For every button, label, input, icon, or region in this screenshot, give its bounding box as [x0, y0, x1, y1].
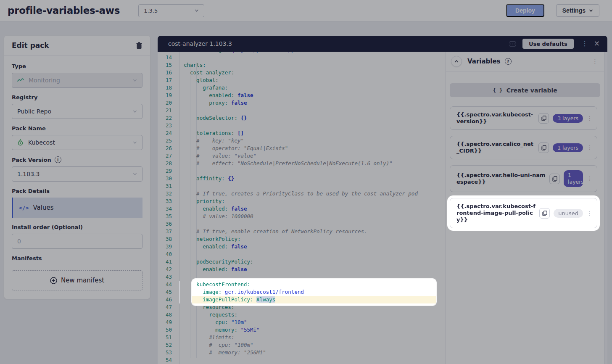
- deploy-button[interactable]: Deploy: [506, 4, 544, 17]
- code-text: requests:: [179, 311, 237, 319]
- copy-variable-button[interactable]: [549, 174, 560, 184]
- editor-menu-kebab-icon[interactable]: ⋮: [580, 40, 590, 47]
- line-number: 32: [158, 190, 172, 198]
- editor-header: cost-analyzer 1.103.3 Use defaults ⋮ ×: [158, 36, 607, 52]
- code-line: 39 enabled: false: [158, 243, 446, 251]
- compare-values-button[interactable]: [509, 41, 516, 47]
- copy-icon: [552, 176, 557, 182]
- copy-variable-button[interactable]: [538, 113, 549, 124]
- line-number: 51: [158, 334, 172, 341]
- variable-menu-kebab-icon[interactable]: ⋮: [587, 175, 593, 182]
- code-text: memory: "55Mi": [179, 326, 260, 334]
- install-order-label: Install order (Optional): [12, 224, 142, 230]
- code-text: nodeSelector: {}: [179, 114, 247, 122]
- install-order-input[interactable]: [12, 234, 142, 249]
- code-line: 50 memory: "55Mi": [158, 326, 446, 334]
- settings-label: Settings: [562, 7, 586, 14]
- chevron-up-icon: [454, 59, 459, 63]
- line-number: 46: [158, 296, 172, 303]
- edit-pack-header: Edit pack: [4, 36, 150, 55]
- registry-select[interactable]: Public Repo: [12, 104, 142, 119]
- code-line: 26 # operator: "Equal|Exists": [158, 145, 446, 152]
- code-text: global:: [179, 76, 219, 84]
- code-lines: 13 image: quay.io/prometheus/prometheus:…: [158, 52, 446, 364]
- settings-button[interactable]: Settings: [556, 4, 599, 17]
- code-text: [179, 167, 184, 175]
- variables-title: Variables: [467, 58, 501, 65]
- edit-pack-title: Edit pack: [12, 41, 49, 50]
- pack-version-select[interactable]: 1.103.3: [12, 166, 142, 182]
- line-number: 47: [158, 303, 172, 311]
- variable-name: {{.spectro.var.hello-uni-namespace}}: [456, 172, 549, 185]
- variables-menu-kebab-icon[interactable]: ⋮: [592, 58, 598, 65]
- chevron-down-icon: [195, 8, 199, 13]
- code-text: [179, 251, 184, 258]
- info-icon[interactable]: i: [55, 156, 61, 163]
- variable-usage-badge: 1 layers: [564, 170, 583, 187]
- pack-details-values-label: Values: [33, 204, 53, 211]
- code-text: enabled: false: [179, 205, 247, 213]
- variable-menu-kebab-icon[interactable]: ⋮: [587, 115, 593, 121]
- profile-version-select[interactable]: 1.3.5: [138, 4, 204, 17]
- plus-circle-icon: [50, 277, 57, 284]
- type-label: Type: [12, 63, 142, 69]
- variable-item[interactable]: {{.spectro.var.kubecost-version}} 3 laye…: [450, 106, 597, 130]
- pack-name-value: Kubecost: [28, 139, 55, 146]
- variable-name: {{.spectro.var.kubecost-version}}: [456, 111, 538, 125]
- code-text: #limits:: [179, 334, 234, 341]
- line-number: 38: [158, 235, 172, 243]
- editor-title: cost-analyzer 1.103.3: [168, 40, 232, 47]
- editor-body: 13 image: quay.io/prometheus/prometheus:…: [158, 52, 607, 364]
- help-icon[interactable]: ?: [505, 58, 512, 65]
- collapse-panel-button[interactable]: [451, 56, 462, 67]
- code-text: charts:: [179, 61, 206, 69]
- variables-header: Variables ? ⋮: [446, 52, 604, 71]
- variable-item[interactable]: {{.spectro.var.hello-uni-namespace}} 1 l…: [450, 165, 597, 192]
- code-text: [179, 273, 184, 281]
- variable-item[interactable]: {{.spectro.var.kubecost-frontend-image-p…: [450, 198, 597, 228]
- variable-menu-kebab-icon[interactable]: ⋮: [587, 144, 593, 151]
- code-text: enabled: false: [179, 92, 253, 99]
- code-line: 18 grafana:: [158, 84, 446, 92]
- code-text: cost-analyzer:: [179, 69, 234, 76]
- code-text: [179, 220, 184, 228]
- code-text: enabled: false: [179, 243, 247, 251]
- code-line: 20 proxy: false: [158, 99, 446, 107]
- use-defaults-button[interactable]: Use defaults: [522, 39, 574, 49]
- copy-variable-button[interactable]: [538, 142, 549, 153]
- line-number: 18: [158, 84, 172, 92]
- line-number: 50: [158, 326, 172, 334]
- line-number: 37: [158, 228, 172, 235]
- code-line: 29: [158, 167, 446, 175]
- code-line: 48 requests:: [158, 311, 446, 319]
- variable-menu-kebab-icon[interactable]: ⋮: [587, 210, 593, 216]
- copy-icon: [542, 211, 547, 216]
- editor-close-icon[interactable]: ×: [590, 39, 601, 48]
- line-number: 24: [158, 129, 172, 137]
- line-number: 23: [158, 122, 172, 129]
- new-manifest-button[interactable]: New manifest: [12, 270, 142, 290]
- code-text: imagePullPolicy: Always: [179, 296, 275, 303]
- line-number: 43: [158, 273, 172, 281]
- yaml-code-editor[interactable]: 13 image: quay.io/prometheus/prometheus:…: [158, 52, 446, 364]
- code-text: podSecurityPolicy:: [179, 258, 253, 266]
- panel-scrollbar[interactable]: [604, 52, 607, 364]
- copy-icon: [541, 145, 546, 150]
- copy-variable-button[interactable]: [539, 208, 550, 219]
- pack-details-values-item[interactable]: </> Values: [12, 198, 142, 218]
- copy-icon: [541, 116, 546, 121]
- code-line: 31: [158, 182, 446, 190]
- edit-pack-panel: Edit pack Type Monitoring Registry Publi…: [4, 36, 150, 299]
- braces-icon: { }: [493, 87, 502, 93]
- create-variable-button[interactable]: { } Create variable: [450, 83, 600, 97]
- pack-name-select[interactable]: Kubecost: [12, 135, 142, 150]
- variable-item[interactable]: {{.spectro.var.calico_net_CIDR}} 1 layer…: [450, 136, 597, 159]
- type-select[interactable]: Monitoring: [12, 73, 142, 88]
- delete-pack-button[interactable]: [136, 42, 142, 49]
- pack-name-label: Pack Name: [12, 125, 142, 132]
- line-number: 52: [158, 341, 172, 349]
- chevron-down-icon: [133, 109, 137, 113]
- line-number: 21: [158, 107, 172, 114]
- code-line: 15charts:: [158, 61, 446, 69]
- line-number: 45: [158, 288, 172, 296]
